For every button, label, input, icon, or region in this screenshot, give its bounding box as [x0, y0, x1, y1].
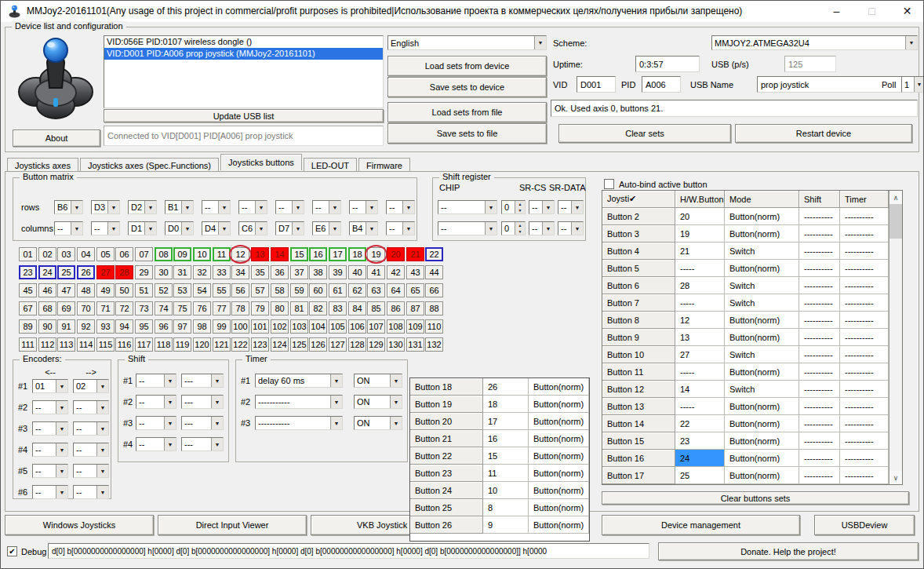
grid-button-102[interactable]: 102	[271, 319, 289, 334]
table-cell[interactable]: ----------	[840, 225, 889, 243]
button-row-header[interactable]: Button 26	[410, 516, 483, 534]
grid-button-87[interactable]: 87	[406, 301, 424, 316]
table-cell[interactable]: ----------	[799, 432, 840, 450]
table-cell[interactable]: Button(norm)	[725, 467, 799, 484]
grid-button-107[interactable]: 107	[367, 319, 385, 334]
grid-button-89[interactable]: 89	[19, 319, 37, 334]
grid-button-02[interactable]: 02	[38, 247, 56, 261]
tab-joysticks-axes-spec[interactable]: Joysticks axes (Spec.Functions)	[80, 158, 219, 172]
grid-button-95[interactable]: 95	[135, 319, 153, 334]
matrix-column-select[interactable]: B4▼	[349, 221, 378, 235]
grid-button-92[interactable]: 92	[77, 319, 95, 334]
spinner-arrows[interactable]: ▲▼	[515, 201, 525, 213]
table-cell[interactable]: Button(norm)	[725, 208, 799, 225]
button-row-header[interactable]: Button 2	[602, 208, 675, 225]
table-cell[interactable]: 23	[675, 432, 725, 450]
close-button[interactable]: ✕	[889, 1, 924, 22]
table-cell[interactable]: 27	[675, 346, 725, 363]
table-cell[interactable]: ----------	[799, 381, 840, 398]
grid-button-33[interactable]: 33	[213, 265, 231, 279]
grid-button-80[interactable]: 80	[271, 301, 289, 316]
grid-button-25[interactable]: 25	[57, 265, 75, 279]
table-cell[interactable]: ----------	[840, 294, 889, 312]
table-cell[interactable]: 15	[483, 447, 529, 465]
shift-b-select[interactable]: ---▼	[181, 437, 224, 451]
sr-chip-select[interactable]: --▼	[438, 200, 497, 214]
table-cell[interactable]: Button(norm)	[529, 465, 589, 482]
grid-button-19[interactable]: 19	[367, 247, 385, 261]
sr-data-select[interactable]: --▼	[558, 200, 584, 214]
table-cell[interactable]: ----------	[799, 225, 840, 243]
table-cell[interactable]: Button(norm)	[725, 398, 799, 415]
table-cell[interactable]: 24	[675, 450, 725, 467]
grid-button-69[interactable]: 69	[57, 301, 75, 316]
grid-button-27[interactable]: 27	[96, 265, 115, 279]
minimize-button[interactable]: –	[819, 1, 854, 22]
table-cell[interactable]: ----------	[799, 346, 840, 363]
table-cell[interactable]: Button(norm)	[725, 415, 799, 432]
grid-button-82[interactable]: 82	[309, 301, 327, 316]
matrix-column-select[interactable]: D4▼	[202, 221, 231, 235]
grid-button-70[interactable]: 70	[77, 301, 95, 316]
button-row-header[interactable]: Button 14	[602, 415, 675, 432]
grid-button-126[interactable]: 126	[309, 337, 327, 352]
grid-button-72[interactable]: 72	[115, 301, 133, 316]
grid-button-45[interactable]: 45	[19, 283, 37, 297]
windows-joysticks-button[interactable]: Windows Joysticks	[5, 515, 154, 535]
grid-button-78[interactable]: 78	[231, 301, 249, 316]
table-cell[interactable]: 13	[675, 329, 725, 346]
grid-button-131[interactable]: 131	[406, 337, 424, 352]
grid-button-66[interactable]: 66	[425, 283, 443, 297]
sr-cs-select[interactable]: --▼	[529, 200, 555, 214]
maximize-button[interactable]: □	[854, 1, 889, 22]
grid-button-123[interactable]: 123	[251, 337, 269, 352]
grid-button-79[interactable]: 79	[251, 301, 269, 316]
matrix-row-select[interactable]: D3▼	[91, 200, 120, 214]
matrix-column-select[interactable]: D1▼	[128, 221, 157, 235]
table-cell[interactable]: Button(norm)	[529, 430, 589, 447]
button-row-header[interactable]: Button 13	[602, 398, 675, 415]
grid-button-119[interactable]: 119	[173, 337, 191, 352]
timer-delay-select[interactable]: delay 60 ms▼	[255, 374, 343, 388]
matrix-row-select[interactable]: --▼	[275, 200, 304, 214]
grid-button-20[interactable]: 20	[387, 247, 405, 261]
sr-count-spinner[interactable]: 0▲▼	[501, 200, 526, 214]
table-cell[interactable]: Button(norm)	[529, 499, 589, 516]
grid-button-115[interactable]: 115	[96, 337, 115, 352]
grid-button-106[interactable]: 106	[348, 319, 366, 334]
button-row-header[interactable]: Button 16	[602, 450, 675, 467]
grid-button-21[interactable]: 21	[406, 247, 424, 261]
grid-button-01[interactable]: 01	[19, 247, 37, 261]
table-cell[interactable]: ----------	[840, 381, 889, 398]
tab-joysticks-buttons[interactable]: Joysticks buttons	[220, 154, 302, 170]
grid-button-55[interactable]: 55	[213, 283, 231, 297]
grid-button-34[interactable]: 34	[231, 265, 249, 279]
column-header[interactable]: Mode	[725, 191, 799, 208]
grid-button-74[interactable]: 74	[155, 301, 173, 316]
grid-button-97[interactable]: 97	[173, 319, 191, 334]
grid-button-57[interactable]: 57	[251, 283, 269, 297]
table-cell[interactable]: Button(norm)	[725, 260, 799, 277]
button-row-header[interactable]: Button 6	[602, 277, 675, 294]
table-cell[interactable]: ----------	[840, 432, 889, 450]
uptime-field[interactable]: 0:3:57	[635, 56, 700, 72]
grid-button-15[interactable]: 15	[290, 247, 308, 261]
grid-button-90[interactable]: 90	[38, 319, 56, 334]
table-cell[interactable]: Button(norm)	[529, 378, 589, 396]
table-cell[interactable]: Button(norm)	[529, 447, 589, 465]
grid-button-128[interactable]: 128	[348, 337, 366, 352]
grid-button-122[interactable]: 122	[231, 337, 249, 352]
update-usb-list-button[interactable]: Update USB list	[104, 109, 384, 122]
grid-button-46[interactable]: 46	[38, 283, 56, 297]
grid-button-103[interactable]: 103	[290, 319, 308, 334]
table-cell[interactable]: Button(norm)	[725, 329, 799, 346]
table-cell[interactable]: ----------	[799, 243, 840, 260]
encoder-right-select[interactable]: 02▼	[73, 379, 109, 393]
table-cell[interactable]: -----	[675, 294, 725, 312]
grid-button-28[interactable]: 28	[115, 265, 133, 279]
grid-button-125[interactable]: 125	[290, 337, 308, 352]
scroll-down-icon[interactable]: ∨	[889, 471, 902, 484]
table-cell[interactable]: ----------	[840, 363, 889, 381]
encoder-left-select[interactable]: --▼	[32, 400, 68, 414]
sr-cs-select[interactable]: --▼	[529, 221, 555, 235]
